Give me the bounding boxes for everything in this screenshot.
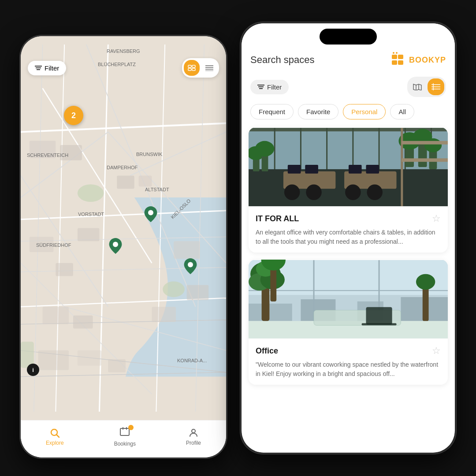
card-title-2: Office (256, 346, 278, 356)
list-icon (205, 65, 213, 71)
card-image-1 (249, 127, 448, 207)
phone-left: RAVENSBERG BLÜCHERPLATZ SCHREVENTEICH BR… (20, 35, 227, 458)
svg-rect-89 (305, 165, 318, 174)
pill-all[interactable]: All (390, 104, 414, 119)
map-view-toggle-group (182, 58, 219, 78)
svg-rect-61 (398, 55, 403, 59)
svg-point-38 (163, 281, 185, 297)
map-pin-1[interactable] (144, 206, 157, 222)
card-desc-2: "Welcome to our vibrant coworking space … (256, 360, 441, 379)
logo-text: BOOKYP (409, 56, 446, 65)
office-image-2 (249, 260, 448, 339)
filter-button-list[interactable]: Filter (250, 80, 289, 94)
svg-rect-24 (117, 176, 134, 189)
svg-rect-28 (56, 263, 73, 276)
card-title-row-1: IT FOR ALL ☆ (256, 213, 441, 224)
svg-rect-88 (288, 165, 301, 174)
svg-point-65 (396, 52, 398, 54)
content-list: IT FOR ALL ☆ An elegant office with very… (242, 123, 455, 453)
filter-button-map[interactable]: Filter (28, 61, 66, 75)
svg-rect-27 (30, 237, 54, 252)
svg-point-101 (424, 138, 442, 152)
svg-rect-91 (366, 165, 379, 174)
svg-rect-43 (188, 65, 191, 67)
svg-point-92 (284, 184, 300, 200)
space-card-2: Office ☆ "Welcome to our vibrant coworki… (249, 260, 448, 385)
map-view-button[interactable] (184, 60, 200, 76)
map-topbar: Filter (21, 36, 226, 82)
favorite-button-1[interactable]: ☆ (432, 213, 441, 224)
card-desc-1: An elegant office with very comfortable … (256, 228, 441, 246)
svg-point-52 (113, 242, 118, 247)
svg-point-95 (367, 184, 383, 200)
pill-favorite[interactable]: Favorite (298, 104, 338, 119)
svg-rect-121 (366, 307, 392, 324)
nav-bookings[interactable]: Bookings (114, 427, 136, 447)
explore-icon (49, 428, 60, 438)
svg-point-108 (255, 141, 274, 157)
map-area: RAVENSBERG BLÜCHERPLATZ SCHREVENTEICH BR… (21, 36, 226, 420)
favorite-button-2[interactable]: ☆ (432, 345, 441, 357)
svg-rect-32 (73, 316, 93, 329)
search-title: Search spaces (250, 54, 315, 66)
svg-rect-25 (139, 176, 152, 187)
svg-point-94 (345, 184, 361, 200)
bottom-nav: Explore Bookings (21, 420, 226, 457)
list-view-button[interactable] (201, 60, 217, 76)
map-view-icon (413, 83, 422, 90)
svg-point-58 (192, 429, 195, 433)
svg-rect-23 (60, 145, 82, 160)
scene: RAVENSBERG BLÜCHERPLATZ SCHREVENTEICH BR… (0, 0, 476, 476)
view-toggle-group (407, 77, 446, 97)
pill-frequent[interactable]: Frequent (250, 104, 294, 119)
svg-rect-22 (30, 141, 56, 158)
profile-icon (188, 428, 199, 438)
map-svg (21, 36, 226, 420)
grid-view-toggle[interactable] (428, 78, 444, 95)
svg-rect-26 (78, 228, 100, 242)
map-icon (188, 65, 196, 71)
svg-rect-60 (392, 55, 397, 59)
svg-point-37 (78, 184, 104, 202)
svg-rect-36 (108, 359, 126, 372)
map-cluster-marker[interactable]: 2 (64, 106, 83, 125)
space-card-1: IT FOR ALL ☆ An elegant office with very… (249, 127, 448, 253)
filter-row: Filter (242, 73, 455, 100)
pill-personal[interactable]: Personal (343, 104, 386, 119)
dynamic-island (320, 29, 377, 45)
svg-rect-30 (187, 285, 209, 300)
nav-bookings-label: Bookings (114, 441, 136, 447)
svg-line-55 (57, 435, 60, 438)
bookings-badge (128, 425, 134, 430)
svg-point-64 (393, 52, 394, 54)
card-content-2: Office ☆ "Welcome to our vibrant coworki… (249, 339, 448, 385)
svg-point-93 (306, 184, 322, 200)
svg-point-131 (416, 274, 435, 290)
card-title-row-2: Office ☆ (256, 345, 441, 357)
filter-icon (35, 65, 42, 71)
svg-rect-31 (43, 307, 69, 324)
card-image-2 (249, 260, 448, 339)
svg-rect-59 (390, 52, 406, 68)
svg-rect-34 (38, 350, 69, 370)
svg-rect-29 (174, 241, 200, 259)
card-title-1: IT FOR ALL (256, 214, 299, 223)
card-content-1: IT FOR ALL ☆ An elegant office with very… (249, 207, 448, 253)
svg-rect-62 (392, 60, 397, 65)
svg-rect-33 (152, 307, 176, 322)
map-view-toggle[interactable] (409, 78, 426, 95)
map-pin-2[interactable] (109, 238, 122, 254)
svg-rect-103 (402, 141, 448, 145)
svg-rect-63 (398, 60, 403, 65)
nav-explore[interactable]: Explore (46, 428, 64, 446)
nav-explore-label: Explore (46, 440, 64, 446)
logo-icon (390, 52, 406, 68)
nav-profile[interactable]: Profile (186, 428, 201, 446)
svg-rect-90 (349, 165, 362, 174)
grid-view-icon (431, 83, 440, 90)
nav-profile-label: Profile (186, 440, 201, 446)
map-info-button[interactable]: i (27, 364, 39, 376)
logo-area: BOOKYP (390, 52, 446, 68)
office-image-1 (249, 127, 448, 207)
map-pin-3[interactable] (184, 258, 197, 274)
